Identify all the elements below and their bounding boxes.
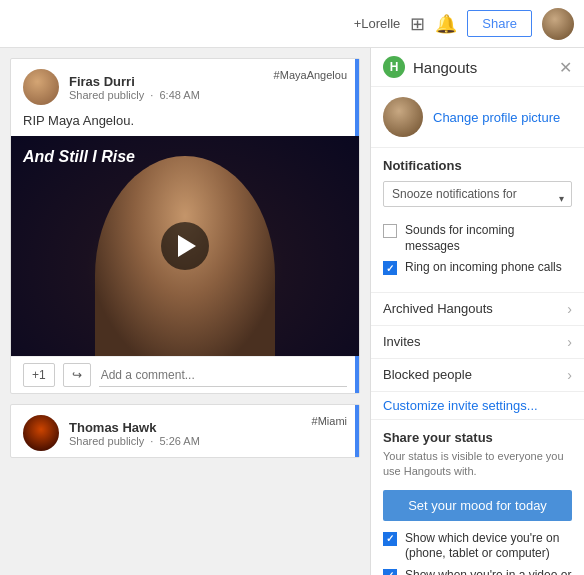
hangouts-title: Hangouts (413, 59, 477, 76)
video-checkbox-row: Show when you're in a video or phone cal… (383, 568, 572, 575)
chevron-right-icon: › (567, 367, 572, 383)
notifications-section: Notifications Snooze notifications for ▾… (371, 148, 584, 293)
video-call-label: Show when you're in a video or phone cal… (405, 568, 572, 575)
share-post-button[interactable]: ↪ (63, 363, 91, 387)
post-tag: #MayaAngelou (274, 69, 347, 81)
snooze-wrapper: Snooze notifications for ▾ (383, 181, 572, 215)
change-profile-link[interactable]: Change profile picture (433, 110, 560, 125)
video-title: And Still I Rise (23, 148, 135, 166)
device-checkbox-row: Show which device you're on (phone, tabl… (383, 531, 572, 562)
user-name: +Lorelle (354, 16, 401, 31)
topbar: +Lorelle ⊞ 🔔 Share (0, 0, 584, 48)
share-status-section: Share your status Your status is visible… (371, 420, 584, 575)
post-card: Firas Durri Shared publicly · 6:48 AM #M… (10, 58, 360, 394)
chevron-right-icon: › (567, 301, 572, 317)
post-tag: #Miami (312, 415, 347, 427)
post-shared-info: Shared publicly · 6:48 AM (69, 89, 347, 101)
archived-hangouts-item[interactable]: Archived Hangouts › (371, 293, 584, 326)
ring-checkbox[interactable] (383, 261, 397, 275)
invites-item[interactable]: Invites › (371, 326, 584, 359)
share-icon: ↪ (72, 368, 82, 382)
feed: Firas Durri Shared publicly · 6:48 AM #M… (0, 48, 370, 575)
device-label: Show which device you're on (phone, tabl… (405, 531, 572, 562)
main-layout: Firas Durri Shared publicly · 6:48 AM #M… (0, 48, 584, 575)
customize-invite-link[interactable]: Customize invite settings... (371, 392, 584, 420)
post-card: Thomas Hawk Shared publicly · 5:26 AM #M… (10, 404, 360, 458)
ring-checkbox-row: Ring on incoming phone calls (383, 260, 572, 276)
post-shared-info: Shared publicly · 5:26 AM (69, 435, 347, 447)
share-status-title: Share your status (383, 430, 572, 445)
sounds-checkbox-row: Sounds for incoming messages (383, 223, 572, 254)
grid-icon[interactable]: ⊞ (410, 13, 425, 35)
post-author-avatar[interactable] (23, 69, 59, 105)
notifications-title: Notifications (383, 158, 572, 173)
hangouts-header: H Hangouts ✕ (371, 48, 584, 87)
share-status-desc: Your status is visible to everyone you u… (383, 449, 572, 480)
video-checkbox[interactable] (383, 569, 397, 575)
share-button[interactable]: Share (467, 10, 532, 37)
post-actions: +1 ↪ (11, 356, 359, 393)
plus-one-button[interactable]: +1 (23, 363, 55, 387)
post-header: Firas Durri Shared publicly · 6:48 AM #M… (11, 59, 359, 111)
profile-avatar[interactable] (383, 97, 423, 137)
ring-label: Ring on incoming phone calls (405, 260, 562, 276)
sounds-checkbox[interactable] (383, 224, 397, 238)
close-icon[interactable]: ✕ (559, 58, 572, 77)
user-avatar[interactable] (542, 8, 574, 40)
post-header: Thomas Hawk Shared publicly · 5:26 AM #M… (11, 405, 359, 457)
chevron-right-icon: › (567, 334, 572, 350)
video-thumbnail[interactable]: And Still I Rise (11, 136, 359, 356)
profile-section: Change profile picture (371, 87, 584, 148)
blocked-people-item[interactable]: Blocked people › (371, 359, 584, 392)
sounds-label: Sounds for incoming messages (405, 223, 572, 254)
post-meta: Thomas Hawk Shared publicly · 5:26 AM (69, 420, 347, 447)
hangouts-icon: H (383, 56, 405, 78)
set-mood-button[interactable]: Set your mood for today (383, 490, 572, 521)
device-checkbox[interactable] (383, 532, 397, 546)
snooze-select[interactable]: Snooze notifications for (383, 181, 572, 207)
hangouts-panel: H Hangouts ✕ Change profile picture Noti… (370, 48, 584, 575)
notification-bell-icon[interactable]: 🔔 (435, 13, 457, 35)
play-button[interactable] (161, 222, 209, 270)
post-text: RIP Maya Angelou. (11, 111, 359, 136)
post-author-avatar[interactable] (23, 415, 59, 451)
post-author-name: Thomas Hawk (69, 420, 347, 435)
comment-input[interactable] (99, 364, 347, 387)
